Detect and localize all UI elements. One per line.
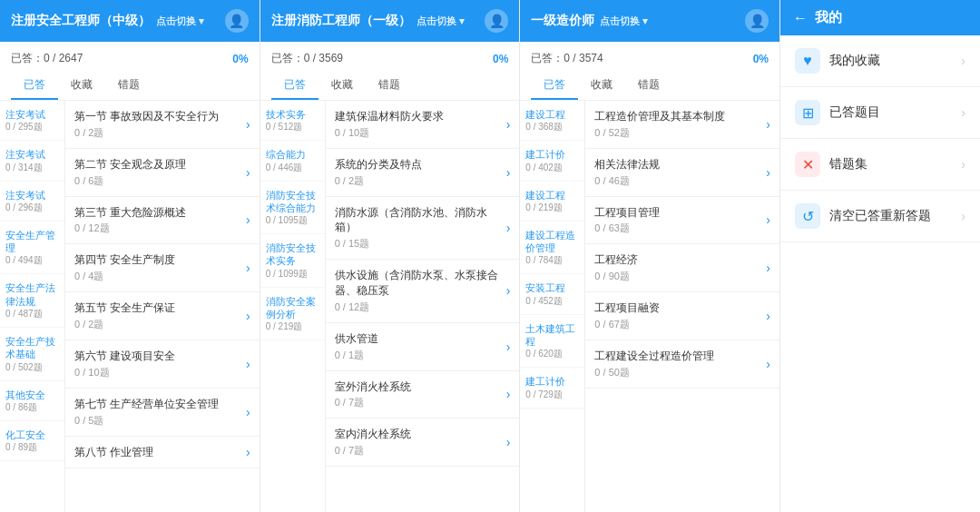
my-menu-item-0[interactable]: ♥ 我的收藏 ›	[780, 35, 980, 87]
list-item-content: 第六节 建设项目安全 0 / 10题	[74, 349, 242, 379]
nav-label: 建设工程	[525, 190, 565, 201]
list-item[interactable]: 室内消火栓系统 0 / 7题 ›	[326, 418, 520, 467]
list-item[interactable]: 相关法律法规 0 / 46题 ›	[585, 149, 779, 197]
left-nav-item[interactable]: 消防安全案例分析0 / 219题	[260, 288, 325, 341]
list-item-content: 供水管道 0 / 1题	[335, 331, 503, 362]
list-item[interactable]: 建筑保温材料防火要求 0 / 10题 ›	[326, 101, 520, 149]
arrow-icon: ›	[506, 283, 511, 298]
list-item-count: 0 / 46题	[594, 174, 762, 188]
arrow-icon: ›	[766, 165, 770, 180]
list-item-content: 第三节 重大危险源概述 0 / 12题	[74, 205, 242, 236]
list-item-count: 0 / 4题	[74, 270, 242, 283]
tab-已答[interactable]: 已答	[11, 72, 58, 100]
left-nav-item[interactable]: 技术实务0 / 512题	[260, 101, 325, 141]
my-menu-left: ✕ 错题集	[795, 152, 867, 177]
list-item-content: 室外消火栓系统 0 / 7题	[335, 379, 503, 410]
left-nav-item[interactable]: 建设工程0 / 368题	[520, 101, 584, 141]
tab-错题[interactable]: 错题	[625, 72, 672, 100]
stats-label: 已答：0 / 3574	[531, 51, 603, 66]
list-item-title: 第五节 安全生产保证	[74, 300, 242, 316]
list-item[interactable]: 第二节 安全观念及原理 0 / 6题 ›	[65, 149, 260, 197]
list-item-title: 消防水源（含消防水池、消防水箱）	[335, 205, 503, 236]
list-item[interactable]: 供水管道 0 / 1题 ›	[326, 323, 520, 371]
left-nav-item[interactable]: 建设工程0 / 219题	[520, 182, 584, 222]
list-item[interactable]: 第五节 安全生产保证 0 / 2题 ›	[65, 292, 260, 340]
panel-1-header[interactable]: 注册安全工程师（中级） 点击切换 ▾ 👤	[0, 0, 260, 42]
left-nav-item[interactable]: 其他安全0 / 86题	[0, 381, 64, 421]
left-nav-item[interactable]: 化工安全0 / 89题	[0, 421, 64, 461]
list-item[interactable]: 第三节 重大危险源概述 0 / 12题 ›	[65, 197, 260, 245]
tab-收藏[interactable]: 收藏	[318, 72, 366, 100]
panel-1-left-nav: 注安考试0 / 295题注安考试0 / 314题注安考试0 / 296题安全生产…	[0, 101, 65, 512]
left-nav-item[interactable]: 安全生产管理0 / 494题	[0, 222, 64, 275]
list-item[interactable]: 第四节 安全生产制度 0 / 4题 ›	[65, 244, 260, 292]
tab-收藏[interactable]: 收藏	[58, 72, 105, 100]
nav-label: 注安考试	[5, 149, 45, 160]
nav-label: 安全生产技术基础	[5, 336, 55, 359]
list-item[interactable]: 第一节 事故致因及不安全行为 0 / 2题 ›	[65, 101, 260, 149]
my-menu-item-3[interactable]: ↺ 清空已答重新答题 ›	[780, 191, 980, 242]
avatar-icon[interactable]: 👤	[225, 9, 249, 33]
left-nav-item[interactable]: 建工计价0 / 729题	[520, 368, 584, 408]
list-item-content: 工程建设全过程造价管理 0 / 50题	[594, 349, 762, 379]
left-nav-item[interactable]: 安装工程0 / 452题	[520, 274, 584, 314]
list-item[interactable]: 第六节 建设项目安全 0 / 10题 ›	[65, 340, 260, 389]
list-item-count: 0 / 52题	[594, 126, 762, 140]
list-item-content: 供水设施（含消防水泵、水泵接合器、稳压泵 0 / 12题	[335, 268, 503, 314]
panel-3-header[interactable]: 一级造价师 点击切换 ▾ 👤	[520, 0, 779, 42]
list-item-count: 0 / 6题	[74, 174, 242, 188]
tab-收藏[interactable]: 收藏	[578, 72, 625, 100]
list-item[interactable]: 工程经济 0 / 90题 ›	[585, 244, 779, 292]
left-nav-item[interactable]: 安全生产法律法规0 / 487题	[0, 274, 64, 328]
left-nav-item[interactable]: 消防安全技术综合能力0 / 1095题	[260, 182, 325, 235]
panel-3-tabs: 已答收藏错题	[520, 72, 779, 101]
left-nav-item[interactable]: 建工计价0 / 402题	[520, 141, 584, 181]
left-nav-item[interactable]: 注安考试0 / 295题	[0, 101, 64, 141]
header-left: 注册安全工程师（中级） 点击切换 ▾	[11, 13, 204, 29]
nav-count: 0 / 512题	[266, 121, 319, 133]
panel-1-tabs: 已答收藏错题	[0, 72, 260, 101]
list-item-title: 第二节 安全观念及原理	[74, 157, 242, 172]
list-item[interactable]: 第七节 生产经营单位安全管理 0 / 5题 ›	[65, 389, 260, 437]
stats-percent: 0%	[232, 53, 248, 65]
list-item[interactable]: 工程项目管理 0 / 63题 ›	[585, 197, 779, 245]
list-item[interactable]: 工程造价管理及其基本制度 0 / 52题 ›	[585, 101, 779, 149]
left-nav-item[interactable]: 建设工程造价管理0 / 784题	[520, 222, 584, 275]
panel-hint: 点击切换 ▾	[416, 15, 465, 28]
list-item[interactable]: 第八节 作业管理 ›	[65, 437, 260, 469]
tab-错题[interactable]: 错题	[366, 72, 413, 100]
list-item[interactable]: 消防水源（含消防水池、消防水箱） 0 / 15题 ›	[326, 197, 520, 261]
panel-3-stats: 已答：0 / 3574 0%	[520, 42, 779, 72]
list-item-count: 0 / 1题	[335, 349, 503, 362]
my-menu-item-2[interactable]: ✕ 错题集 ›	[780, 139, 980, 191]
panel-title: 一级造价师	[531, 13, 594, 29]
back-icon[interactable]: ←	[793, 10, 808, 26]
list-item[interactable]: 供水设施（含消防水泵、水泵接合器、稳压泵 0 / 12题 ›	[326, 260, 520, 323]
stats-percent: 0%	[493, 53, 508, 65]
left-nav-item[interactable]: 注安考试0 / 314题	[0, 141, 64, 181]
arrow-icon: ›	[766, 261, 770, 275]
tab-已答[interactable]: 已答	[271, 72, 318, 100]
tab-错题[interactable]: 错题	[105, 72, 152, 100]
left-nav-item[interactable]: 综合能力0 / 446题	[260, 141, 325, 181]
left-nav-item[interactable]: 土木建筑工程0 / 620题	[520, 315, 584, 369]
avatar-icon[interactable]: 👤	[745, 9, 769, 33]
nav-label: 注安考试	[5, 190, 45, 201]
panel-3-right-list: 工程造价管理及其基本制度 0 / 52题 › 相关法律法规 0 / 46题 › …	[585, 101, 779, 512]
left-nav-item[interactable]: 消防安全技术实务0 / 1099题	[260, 234, 325, 288]
list-item[interactable]: 室外消火栓系统 0 / 7题 ›	[326, 371, 520, 419]
list-item-count: 0 / 2题	[335, 174, 503, 188]
panel-title: 注册消防工程师（一级）	[271, 13, 411, 29]
avatar-icon[interactable]: 👤	[485, 9, 508, 33]
panel-2-header[interactable]: 注册消防工程师（一级） 点击切换 ▾ 👤	[260, 0, 520, 42]
arrow-icon: ›	[506, 340, 511, 354]
left-nav-item[interactable]: 注安考试0 / 296题	[0, 182, 64, 222]
tab-已答[interactable]: 已答	[531, 72, 578, 100]
list-item-title: 供水设施（含消防水泵、水泵接合器、稳压泵	[335, 268, 503, 299]
left-nav-item[interactable]: 安全生产技术基础0 / 502题	[0, 328, 64, 381]
list-item[interactable]: 工程建设全过程造价管理 0 / 50题 ›	[585, 340, 779, 389]
list-item[interactable]: 系统的分类及特点 0 / 2题 ›	[326, 149, 520, 197]
list-item[interactable]: 工程项目融资 0 / 67题 ›	[585, 292, 779, 340]
list-item-content: 消防水源（含消防水池、消防水箱） 0 / 15题	[335, 205, 503, 251]
my-menu-item-1[interactable]: ⊞ 已答题目 ›	[780, 87, 980, 139]
